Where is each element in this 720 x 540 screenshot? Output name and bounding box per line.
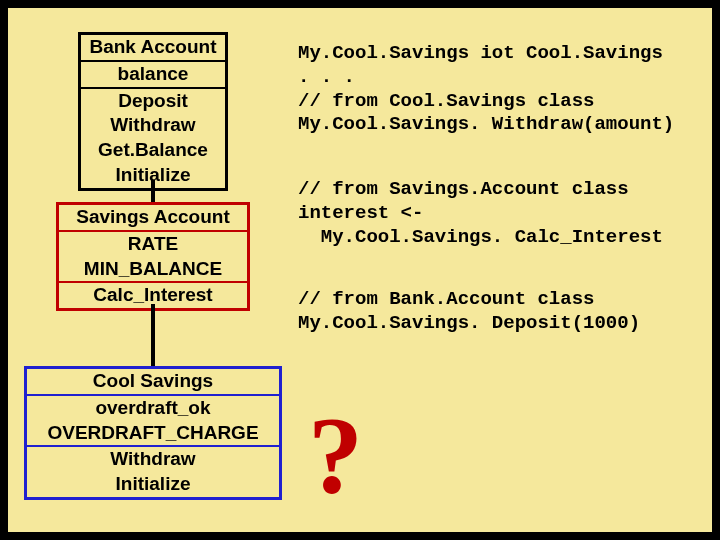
code-block-2: // from Savings.Account class interest <… (298, 178, 663, 249)
savings-account-minbalance: MIN_BALANCE (59, 257, 247, 282)
code-block-3: // from Bank.Account class My.Cool.Savin… (298, 288, 640, 336)
cool-savings-withdraw: Withdraw (27, 445, 279, 472)
cool-savings-title: Cool Savings (27, 369, 279, 394)
savings-account-class: Savings Account RATE MIN_BALANCE Calc_In… (56, 202, 250, 311)
bank-account-balance: balance (81, 60, 225, 87)
bank-account-getbalance: Get.Balance (81, 138, 225, 163)
connector-savings-to-cool (151, 304, 155, 366)
cool-savings-class: Cool Savings overdraft_ok OVERDRAFT_CHAR… (24, 366, 282, 500)
code-block-1: My.Cool.Savings iot Cool.Savings . . . /… (298, 42, 674, 137)
savings-account-title: Savings Account (59, 205, 247, 230)
bank-account-title: Bank Account (81, 35, 225, 60)
cool-savings-overdraft-charge: OVERDRAFT_CHARGE (27, 421, 279, 446)
bank-account-class: Bank Account balance Deposit Withdraw Ge… (78, 32, 228, 191)
cool-savings-overdraft-ok: overdraft_ok (27, 394, 279, 421)
connector-bank-to-savings (151, 180, 155, 202)
cool-savings-initialize: Initialize (27, 472, 279, 497)
bank-account-deposit: Deposit (81, 87, 225, 114)
question-mark: ? (308, 400, 363, 510)
bank-account-withdraw: Withdraw (81, 113, 225, 138)
savings-account-rate: RATE (59, 230, 247, 257)
